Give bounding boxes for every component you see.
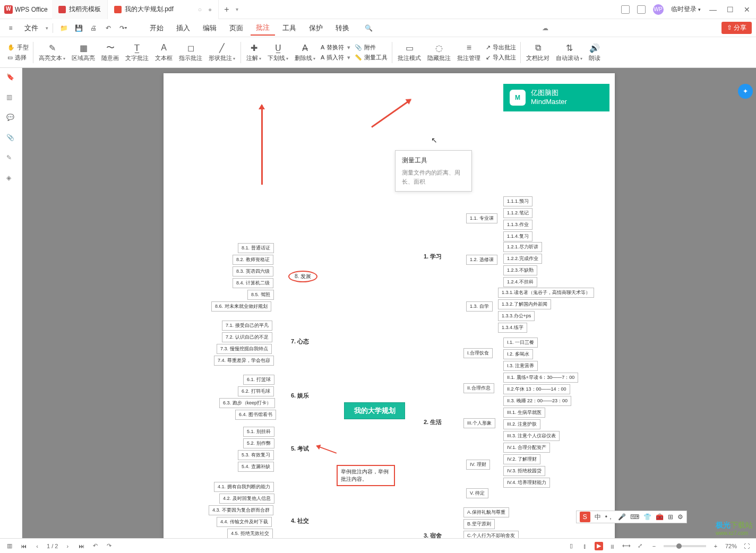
first-page-icon[interactable]: ⏮ xyxy=(19,542,28,550)
view-two-page-icon[interactable]: ⫼ xyxy=(608,542,617,550)
replace-tool[interactable]: A替换符▾ xyxy=(321,44,350,51)
autoscroll-tool[interactable]: ⇅自动滚动▾ xyxy=(553,42,586,62)
undo-icon[interactable]: ↶ xyxy=(102,22,115,34)
tab-dropdown-icon[interactable]: ▾ xyxy=(236,6,238,12)
tab-menu-icon[interactable]: ○ xyxy=(198,6,202,13)
minimize-button[interactable]: — xyxy=(708,6,718,13)
redo-icon[interactable]: ↷▾ xyxy=(117,22,130,34)
comment-icon[interactable]: 💬 xyxy=(6,114,16,123)
view-single-icon[interactable]: ▯ xyxy=(567,542,575,550)
avatar[interactable]: WP xyxy=(653,4,664,15)
new-tab-button[interactable]: + xyxy=(219,5,234,14)
menu-tools[interactable]: 工具 xyxy=(277,21,302,35)
area-highlight-tool[interactable]: ▦区域高亮 xyxy=(68,42,98,62)
ime-mode[interactable]: 中 xyxy=(595,513,601,522)
ime-skin-icon[interactable]: 👕 xyxy=(643,513,651,521)
attachment-panel-icon[interactable]: 📎 xyxy=(6,134,16,143)
read-tool[interactable]: 🔊朗读 xyxy=(586,42,604,62)
share-button[interactable]: ⇧ 分享 xyxy=(721,22,752,34)
app-icon-1[interactable] xyxy=(621,5,630,14)
save-icon[interactable]: 💾 xyxy=(72,22,85,34)
insert-tool[interactable]: A插入符▾ xyxy=(321,54,350,62)
manage-annot-tool[interactable]: ≡批注管理 xyxy=(454,42,484,62)
select-tool[interactable]: ▭选择 xyxy=(7,54,29,62)
underline-tool[interactable]: U̲下划线▾ xyxy=(264,42,291,62)
tab-label: 我的大学规划.pdf xyxy=(125,5,174,14)
view-presentation-icon[interactable]: ▶ xyxy=(595,542,603,550)
import-annot-tool[interactable]: ↙导入批注 xyxy=(486,54,516,62)
ime-apps-icon[interactable]: ⊞ xyxy=(668,513,673,521)
file-dropdown-icon[interactable]: ▾ xyxy=(46,25,48,31)
app-logo: WPS Office xyxy=(0,5,52,14)
tab-templates[interactable]: 找稻壳模板 xyxy=(52,0,108,19)
freehand-tool[interactable]: 〜随意画 xyxy=(98,42,122,62)
menu-protect[interactable]: 保护 xyxy=(304,21,328,35)
next-page-icon[interactable]: › xyxy=(63,542,72,550)
zoom-slider[interactable] xyxy=(664,545,706,547)
cloud-icon[interactable]: ☁ xyxy=(542,24,548,32)
rotate-left-icon[interactable]: ↶ xyxy=(91,542,99,550)
prev-page-icon[interactable]: ‹ xyxy=(33,542,41,550)
app-icon-2[interactable] xyxy=(637,5,646,14)
sb-panel-icon[interactable]: ▥ xyxy=(5,542,14,550)
menu-page[interactable]: 页面 xyxy=(224,21,248,35)
attachment-tool[interactable]: 📎附件 xyxy=(355,44,388,51)
file-menu[interactable]: 文件 xyxy=(19,21,44,35)
ime-keyboard-icon[interactable]: ⌨ xyxy=(630,513,639,521)
menu-edit[interactable]: 编辑 xyxy=(197,21,222,35)
tab-pin-icon[interactable]: ● xyxy=(208,6,212,13)
ime-toolbox-icon[interactable]: 🧰 xyxy=(656,513,664,521)
thumbnail-icon[interactable]: ▥ xyxy=(6,93,16,103)
branch-5: 5. 考试 xyxy=(291,445,309,453)
search-icon[interactable]: 🔍 xyxy=(362,22,375,34)
wps-icon xyxy=(4,5,13,14)
bookmark-icon[interactable]: 🔖 xyxy=(6,73,16,83)
annot-mode-tool[interactable]: ▭批注模式 xyxy=(394,42,424,62)
last-page-icon[interactable]: ⏭ xyxy=(77,542,85,550)
tab-document[interactable]: 我的大学规划.pdf ○ ● xyxy=(108,0,219,19)
help-button[interactable]: ✦ xyxy=(738,84,753,99)
text-annot-tool[interactable]: T̲文字批注 xyxy=(122,42,152,62)
menu-convert[interactable]: 转换 xyxy=(330,21,355,35)
ime-punct-icon[interactable]: •， xyxy=(605,513,614,522)
document-viewport[interactable]: M 亿图脑图 MindMaster 我的大学规划 1. 学习 1.1. 专业课 … xyxy=(22,68,756,538)
menu-icon[interactable]: ≡ xyxy=(4,22,17,34)
fullscreen-icon[interactable]: ⛶ xyxy=(742,542,751,550)
measure-tool[interactable]: 📏测量工具 xyxy=(355,54,388,62)
print-icon[interactable]: 🖨 xyxy=(87,22,100,34)
ime-settings-icon[interactable]: ⚙ xyxy=(677,513,683,521)
close-button[interactable]: ✕ xyxy=(742,6,752,13)
fit-width-icon[interactable]: ⟷ xyxy=(622,542,631,550)
ime-voice-icon[interactable]: 🎤 xyxy=(618,513,626,521)
leaf: II.2.午休 13：00——14：00 xyxy=(503,384,570,394)
highlight-tool[interactable]: ✎高亮文本▾ xyxy=(36,42,68,62)
leaf: 7.1. 接受自己的平凡 xyxy=(222,321,272,331)
textbox-tool[interactable]: A文本框 xyxy=(152,42,176,62)
menu-annotate[interactable]: 批注 xyxy=(251,21,275,36)
note-tool[interactable]: ✚注解▾ xyxy=(243,42,264,62)
ime-bar[interactable]: S 中 •， 🎤 ⌨ 👕 🧰 ⊞ ⚙ xyxy=(576,511,687,523)
leaf: I.3. 注意营养 xyxy=(503,361,538,371)
leaf: 8.6. 对未来就业做好规划 xyxy=(211,301,271,312)
compare-tool[interactable]: ⧉文档比对 xyxy=(523,42,553,62)
hide-annot-tool[interactable]: ◌隐藏批注 xyxy=(424,42,454,62)
menu-start[interactable]: 开始 xyxy=(144,21,169,35)
fit-page-icon[interactable]: ⤢ xyxy=(636,542,645,550)
menu-insert[interactable]: 插入 xyxy=(171,21,195,35)
strikeout-tool[interactable]: A̶删除线▾ xyxy=(291,42,319,62)
view-continuous-icon[interactable]: ⫿ xyxy=(581,542,589,550)
maximize-button[interactable]: ☐ xyxy=(725,6,735,13)
callout-tool[interactable]: ◻指示批注 xyxy=(176,42,205,62)
open-icon[interactable]: 📁 xyxy=(57,22,70,34)
hand-tool[interactable]: ✋手型 xyxy=(7,44,29,51)
zoom-out-icon[interactable]: − xyxy=(650,542,658,550)
edit-panel-icon[interactable]: ✎ xyxy=(6,154,16,163)
shape-annot-tool[interactable]: ╱形状批注▾ xyxy=(205,42,238,62)
login-label[interactable]: 临时登录 ▾ xyxy=(671,5,701,14)
leaf: 5.2. 别作弊 xyxy=(243,438,274,448)
layers-icon[interactable]: ◈ xyxy=(6,174,16,184)
leaf: 8.4. 计算机二级 xyxy=(233,278,273,288)
rotate-right-icon[interactable]: ↷ xyxy=(105,542,113,550)
zoom-in-icon[interactable]: + xyxy=(711,542,720,550)
export-annot-tool[interactable]: ↗导出批注 xyxy=(486,44,516,51)
